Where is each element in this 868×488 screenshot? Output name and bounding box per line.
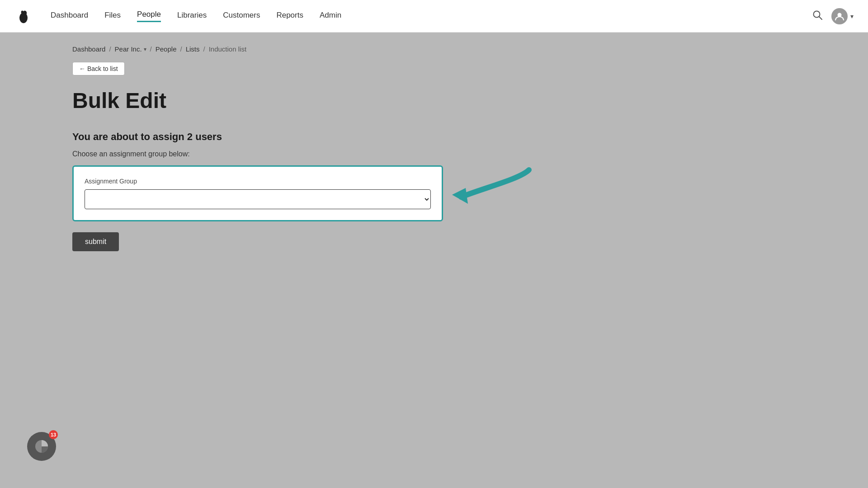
arrow-annotation [448,161,538,233]
breadcrumb-company-link[interactable]: Pear Inc. [115,45,142,53]
breadcrumb-company: Pear Inc. ▾ [115,45,146,53]
breadcrumb-dashboard[interactable]: Dashboard [72,45,105,53]
breadcrumb-lists[interactable]: Lists [186,45,200,53]
nav-files[interactable]: Files [104,11,121,22]
nav-libraries[interactable]: Libraries [177,11,207,22]
chevron-down-icon: ▾ [850,13,854,20]
breadcrumb: Dashboard / Pear Inc. ▾ / People / Lists… [72,45,796,53]
breadcrumb-sep-1: / [109,45,111,53]
submit-button[interactable]: submit [72,232,119,251]
back-to-list-button[interactable]: ← Back to list [72,62,125,75]
svg-line-4 [819,17,822,19]
avatar [831,8,848,24]
nav-people[interactable]: People [137,10,161,22]
user-menu[interactable]: ▾ [831,8,854,24]
breadcrumb-sep-3: / [180,45,182,53]
app-logo[interactable] [14,7,33,25]
assignment-card: Assignment Group [72,165,443,221]
breadcrumb-company-chevron[interactable]: ▾ [144,46,146,52]
section-heading: You are about to assign 2 users [72,131,796,143]
assignment-group-label: Assignment Group [85,178,431,185]
page-title: Bulk Edit [72,88,796,113]
assignment-instruction: Choose an assignment group below: [72,150,796,158]
assignment-group-select[interactable] [85,189,431,209]
widget-badge: 13 [49,430,58,439]
nav-admin[interactable]: Admin [320,11,341,22]
nav-reports[interactable]: Reports [276,11,303,22]
breadcrumb-sep-4: / [203,45,205,53]
main-content: Dashboard / Pear Inc. ▾ / People / Lists… [0,33,868,488]
breadcrumb-current: Induction list [209,45,246,53]
nav-links: Dashboard Files People Libraries Custome… [51,10,812,22]
nav-dashboard[interactable]: Dashboard [51,11,88,22]
bottom-widget-button[interactable]: 13 [27,432,56,461]
bottom-widget-container: 13 [14,446,42,474]
svg-point-2 [21,10,24,14]
search-icon[interactable] [812,10,822,22]
navbar: Dashboard Files People Libraries Custome… [0,0,868,33]
navbar-right: ▾ [812,8,854,24]
nav-customers[interactable]: Customers [223,11,260,22]
svg-marker-6 [452,188,468,204]
breadcrumb-sep-2: / [150,45,152,53]
breadcrumb-people[interactable]: People [156,45,177,53]
